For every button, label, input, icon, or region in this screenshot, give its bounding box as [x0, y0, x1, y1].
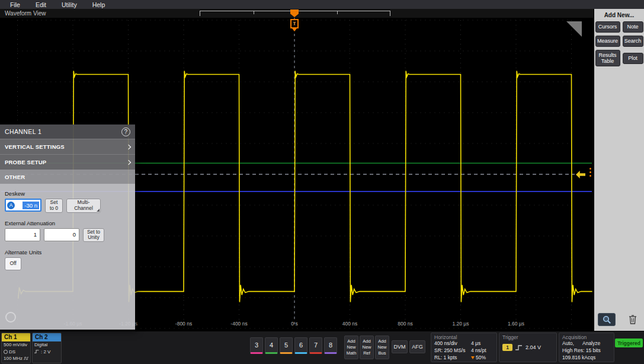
ch2-mode: Digital: [33, 341, 61, 349]
x-axis-tick: 1.60 µs: [508, 321, 524, 327]
squarewave-icon: [24, 356, 28, 360]
attenuation-input-1[interactable]: 1: [5, 228, 40, 241]
ch8-button[interactable]: 8: [324, 337, 337, 354]
add-new-bus-button[interactable]: AddNewBus: [375, 336, 389, 359]
menu-help[interactable]: Help: [85, 1, 113, 8]
deskew-value: -30 n: [23, 202, 39, 209]
rising-edge-icon: [515, 344, 523, 351]
horizontal-title: Horizontal: [434, 334, 494, 340]
multi-channel-button[interactable]: Multi- Channel: [66, 199, 101, 213]
note-button[interactable]: Note: [623, 21, 643, 33]
chevron-right-icon: [126, 159, 131, 164]
dialog-ghost-icon: [5, 312, 16, 323]
other-section-body: Deskew A -30 n Set to 0 Multi- Channel E…: [0, 184, 135, 330]
set-to-zero-line2: to 0: [47, 206, 60, 212]
add-new-math-button[interactable]: AddNewMath: [344, 336, 358, 359]
trigger-level-value: 2.04 V: [526, 344, 541, 350]
ch7-button[interactable]: 7: [309, 337, 322, 354]
x-axis-tick: 800 ns: [398, 321, 413, 327]
ch6-button[interactable]: 6: [294, 337, 307, 354]
trigger-title: Trigger: [502, 334, 553, 340]
ch2-badge[interactable]: Ch 2 Digital : 2 V: [32, 333, 62, 363]
add-new-ref-button[interactable]: AddNewRef: [360, 336, 374, 359]
zoom-tool-button[interactable]: [598, 313, 616, 326]
probe-setup-row[interactable]: PROBE SETUP: [0, 154, 135, 170]
set-to-unity-button[interactable]: Set to Unity: [83, 228, 104, 242]
cursors-button[interactable]: Cursors: [595, 21, 620, 33]
x-axis-tick: 1.20 µs: [452, 321, 469, 327]
ch5-button[interactable]: 5: [280, 337, 293, 354]
horizontal-panel[interactable]: Horizontal 400 ns/div4 µs SR: 250 MS/s4 …: [431, 333, 497, 362]
vertical-settings-row[interactable]: VERTICAL SETTINGS: [0, 139, 135, 154]
ch1-scale: 500 mV/div: [2, 341, 30, 349]
other-label: OTHER: [5, 174, 25, 180]
view-corner-peel-icon[interactable]: [566, 21, 582, 37]
trash-icon: [629, 315, 637, 324]
menu-bar: File Edit Utility Help: [0, 0, 644, 9]
ch1-bandwidth: 100 MHz: [4, 355, 23, 362]
chevron-right-icon: [126, 144, 131, 149]
ch2-threshold: : 2 V: [41, 349, 50, 356]
vertical-settings-label: VERTICAL SETTINGS: [5, 143, 65, 150]
menu-file[interactable]: File: [2, 1, 28, 8]
trigger-panel[interactable]: Trigger 1 2.04 V: [499, 333, 557, 362]
x-axis-tick: 400 ns: [342, 321, 358, 327]
multi-channel-line2: Channel: [69, 206, 98, 212]
channel1-dialog-header[interactable]: CHANNEL 1 ?: [0, 124, 135, 139]
measure-button[interactable]: Measure: [595, 36, 620, 47]
acquisition-title: Acquisition: [562, 334, 611, 340]
other-row[interactable]: OTHER: [0, 170, 135, 184]
trigger-flag-icon[interactable]: T: [290, 19, 299, 28]
x-axis-tick: -400 ns: [230, 321, 247, 327]
set-to-zero-button[interactable]: Set to 0: [45, 199, 63, 213]
bracket-tick: [254, 11, 254, 14]
acquisition-panel[interactable]: Acquisition Auto,Analyze High Res: 15 bi…: [559, 333, 614, 362]
x-axis-tick: -800 ns: [175, 321, 192, 327]
search-button[interactable]: Search: [623, 36, 643, 47]
trigger-source-icon: 1: [502, 344, 512, 351]
trash-button[interactable]: [625, 313, 640, 326]
x-axis-tick: 0 s: [291, 321, 297, 327]
trigger-flag-point-icon: [292, 28, 297, 31]
oscilloscope-app: File Edit Utility Help Waveform View T -…: [0, 0, 644, 364]
add-new-panel: Add New... Cursors Note Measure Search R…: [594, 9, 644, 331]
position-icon: [471, 356, 475, 359]
right-edge-drag-handle[interactable]: [589, 168, 591, 177]
afg-button[interactable]: AFG: [409, 340, 425, 353]
help-icon[interactable]: ?: [121, 127, 130, 136]
multiplier-a-icon: A: [7, 202, 15, 209]
bottom-bar: Ch 1 500 mV/div DS 100 MHz Ch 2 Digital …: [0, 331, 644, 364]
attenuation-value-1: 1: [34, 231, 37, 238]
flyout-corner-icon: [97, 209, 100, 212]
attenuation-value-2: 0: [73, 231, 76, 238]
trigger-position-marker-icon[interactable]: [290, 9, 299, 17]
menu-edit[interactable]: Edit: [28, 1, 54, 8]
menu-utility[interactable]: Utility: [54, 1, 85, 8]
magnifier-icon: [603, 315, 611, 324]
channel1-dialog: CHANNEL 1 ? VERTICAL SETTINGS PROBE SETU…: [0, 124, 135, 330]
dvm-button[interactable]: DVM: [392, 340, 408, 353]
channel1-dialog-title: CHANNEL 1: [5, 128, 41, 135]
ch1-coupling: DS: [9, 349, 15, 356]
deskew-input[interactable]: A -30 n: [5, 199, 41, 212]
ch3-button[interactable]: 3: [250, 337, 263, 354]
probe-icon: [4, 350, 8, 354]
alternate-units-off-label: Off: [7, 261, 19, 267]
set-to-unity-line2: Unity: [85, 235, 102, 241]
bracket-tick: [337, 11, 338, 14]
attenuation-input-2[interactable]: 0: [44, 228, 79, 241]
ch2-badge-header: Ch 2: [33, 333, 61, 341]
external-attenuation-label: External Attenuation: [5, 220, 130, 226]
triggered-status-badge: Triggered: [615, 339, 643, 347]
ch4-button[interactable]: 4: [265, 337, 278, 354]
alternate-units-label: Alternate Units: [5, 249, 130, 256]
results-table-button[interactable]: Results Table: [595, 50, 620, 66]
ch1-badge[interactable]: Ch 1 500 mV/div DS 100 MHz: [1, 333, 31, 363]
ch1-badge-header: Ch 1: [2, 333, 30, 341]
probe-setup-label: PROBE SETUP: [5, 159, 46, 165]
plot-button[interactable]: Plot: [623, 53, 643, 64]
threshold-icon: [34, 349, 40, 354]
waveform-view-title: Waveform View: [5, 10, 46, 17]
add-new-title: Add New...: [594, 12, 644, 18]
alternate-units-off-button[interactable]: Off: [5, 257, 21, 270]
